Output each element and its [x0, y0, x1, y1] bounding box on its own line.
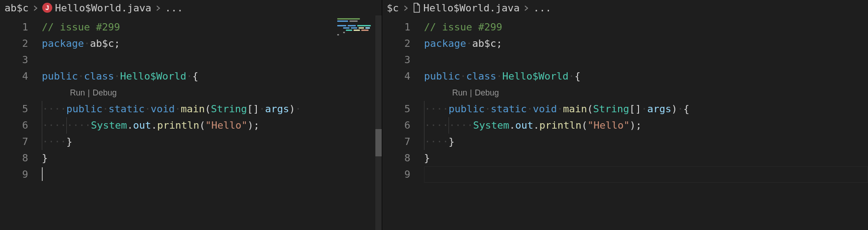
minimap-scrollbar-track[interactable]	[375, 15, 382, 230]
chevron-right-icon	[156, 3, 160, 13]
code-line[interactable]	[424, 166, 868, 183]
token-keyword: package	[424, 38, 466, 49]
token-type: System	[91, 120, 127, 131]
token-ws: ·	[295, 103, 301, 115]
line-number[interactable]: 9	[382, 166, 410, 183]
line-number[interactable]: 7	[0, 134, 28, 150]
breadcrumb-folder[interactable]: $c	[387, 2, 399, 14]
code-line[interactable]: ····public·static·void·main(String[]·arg…	[42, 101, 335, 117]
minimap-scrollbar-thumb[interactable]	[375, 129, 382, 156]
token-comment: // issue #299	[424, 21, 502, 33]
token-punc: )	[671, 103, 677, 115]
token-method: main	[181, 103, 205, 115]
breadcrumb-folder[interactable]: ab$c	[5, 2, 29, 14]
token-punc: (	[587, 103, 593, 115]
line-number[interactable]: 6	[0, 117, 28, 134]
token-punc: .	[509, 120, 515, 131]
line-number-gutter[interactable]: 123456789	[382, 15, 424, 230]
code-line[interactable]: ····}	[424, 134, 868, 150]
code-line[interactable]: }	[424, 150, 868, 166]
token-ws: ·	[557, 103, 563, 115]
breadcrumb[interactable]: ab$c J Hello$World.java ...	[0, 0, 382, 15]
text-cursor	[42, 167, 43, 181]
token-punc: ;	[114, 38, 120, 49]
line-number[interactable]: 3	[0, 52, 28, 68]
token-plain: ab$c	[472, 38, 496, 49]
token-ws: ·	[460, 70, 466, 82]
code-line[interactable]: // issue #299	[42, 19, 335, 35]
token-ws: ·	[84, 38, 90, 49]
code-line[interactable]: ········System.out.println("Hello");	[424, 117, 868, 134]
code-line[interactable]: ····}	[42, 134, 335, 150]
minimap[interactable]	[335, 15, 382, 230]
code-area[interactable]: // issue #299package·ab$c; public·class·…	[424, 15, 868, 230]
line-number[interactable]: 8	[0, 150, 28, 166]
code-area[interactable]: // issue #299package·ab$c; public·class·…	[42, 15, 335, 230]
editor-body[interactable]: 123456789 // issue #299package·ab$c; pub…	[0, 15, 382, 230]
token-keyword: package	[42, 38, 84, 49]
codelens-run-link[interactable]: Run	[70, 88, 85, 97]
line-number[interactable]: 5	[0, 101, 28, 117]
token-var: out	[515, 120, 534, 131]
code-line[interactable]: // issue #299	[424, 19, 868, 35]
token-ws: ·	[484, 103, 490, 115]
code-line[interactable]	[424, 52, 868, 68]
token-ws: ·	[145, 103, 150, 115]
token-punc: }	[42, 152, 48, 164]
line-number[interactable]: 7	[382, 134, 410, 150]
token-type: System	[473, 120, 509, 131]
token-ws: ·	[527, 103, 533, 115]
line-number[interactable]: 4	[0, 68, 28, 85]
code-line[interactable]	[42, 166, 335, 183]
token-punc: {	[192, 70, 198, 82]
token-punc: }	[66, 136, 72, 147]
token-string: "Hello"	[588, 120, 630, 131]
token-punc: .	[127, 120, 133, 131]
token-punc: (	[199, 120, 205, 131]
code-line[interactable]: public·class·Hello$World·{	[42, 68, 335, 85]
token-ws: ·	[102, 103, 108, 115]
editor-body[interactable]: 123456789 // issue #299package·ab$c; pub…	[382, 15, 868, 230]
line-number[interactable]: 3	[382, 52, 410, 68]
code-line[interactable]: public·class·Hello$World·{	[424, 68, 868, 85]
line-number-gutter[interactable]: 123456789	[0, 15, 42, 230]
code-line[interactable]: package·ab$c;	[42, 35, 335, 52]
line-number[interactable]: 1	[0, 19, 28, 35]
breadcrumb-more[interactable]: ...	[533, 2, 551, 14]
line-number[interactable]: 5	[382, 101, 410, 117]
token-method: println	[157, 120, 200, 131]
editor-pane-left: ab$c J Hello$World.java ... 123456789 //…	[0, 0, 382, 230]
code-line[interactable]: }	[42, 150, 335, 166]
breadcrumb-more[interactable]: ...	[165, 2, 183, 14]
line-number[interactable]: 2	[382, 35, 410, 52]
line-number[interactable]: 2	[0, 35, 28, 52]
line-number[interactable]: 4	[382, 68, 410, 85]
line-number[interactable]: 8	[382, 150, 410, 166]
code-line[interactable]: ····public·static·void·main(String[]·arg…	[424, 101, 868, 117]
code-line[interactable]: package·ab$c;	[424, 35, 868, 52]
line-number[interactable]: 6	[382, 117, 410, 134]
codelens-debug-link[interactable]: Debug	[93, 88, 117, 97]
token-comment: // issue #299	[42, 21, 120, 33]
line-number[interactable]	[382, 85, 410, 101]
current-line-highlight	[424, 166, 868, 183]
code-line[interactable]	[42, 52, 335, 68]
breadcrumb[interactable]: $c Hello$World.java ...	[382, 0, 868, 15]
token-punc: []	[629, 103, 641, 115]
token-keyword: void	[150, 103, 175, 115]
token-punc: ;	[254, 120, 259, 131]
token-var: args	[647, 103, 671, 115]
minimap-content	[337, 18, 375, 35]
line-number[interactable]: 9	[0, 166, 28, 183]
token-punc: []	[247, 103, 259, 115]
token-var: args	[265, 103, 289, 115]
code-line[interactable]: ········System.out.println("Hello");	[42, 117, 335, 134]
token-punc: ;	[636, 120, 642, 131]
line-number[interactable]	[0, 85, 28, 101]
codelens-debug-link[interactable]: Debug	[475, 88, 499, 97]
breadcrumb-file[interactable]: J Hello$World.java	[42, 2, 151, 14]
codelens-run-link[interactable]: Run	[452, 88, 467, 97]
line-number[interactable]: 1	[382, 19, 410, 35]
token-keyword: class	[84, 70, 114, 82]
breadcrumb-file[interactable]: Hello$World.java	[413, 2, 520, 14]
